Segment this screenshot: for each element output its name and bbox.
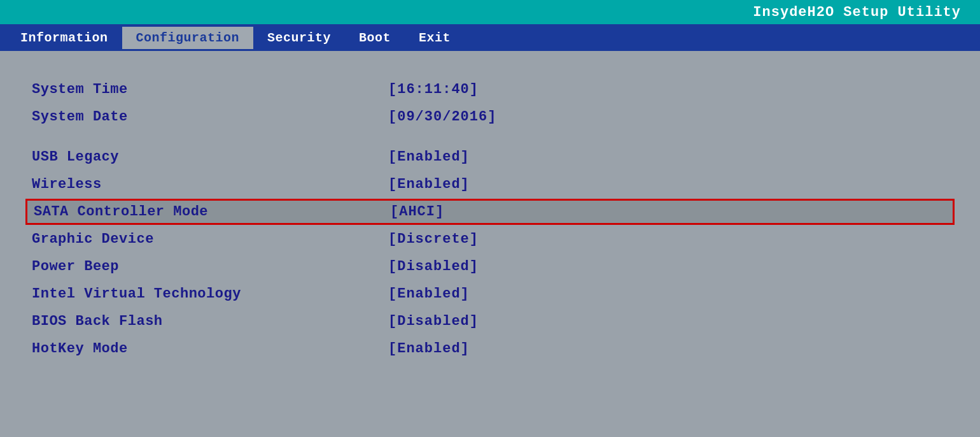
setting-row-intel-vt[interactable]: Intel Virtual Technology [Enabled] [25,281,955,307]
bios-back-flash-value: [Disabled] [388,313,479,329]
setting-row-sata-controller[interactable]: SATA Controller Mode [AHCI] [25,199,955,225]
sata-controller-label: SATA Controller Mode [34,204,390,220]
system-time-label: System Time [32,82,388,97]
nav-item-information[interactable]: Information [6,27,122,49]
setting-row-power-beep[interactable]: Power Beep [Disabled] [25,254,955,280]
power-beep-value: [Disabled] [388,259,479,275]
setting-row-graphic-device[interactable]: Graphic Device [Discrete] [25,226,955,252]
nav-item-configuration[interactable]: Configuration [122,27,254,49]
sata-controller-value: [AHCI] [390,204,444,220]
setting-row-usb-legacy[interactable]: USB Legacy [Enabled] [25,144,955,170]
bios-back-flash-label: BIOS Back Flash [32,313,388,329]
settings-section: System Time [16:11:40] System Date [09/3… [25,76,955,362]
graphic-device-label: Graphic Device [32,231,388,247]
nav-item-exit[interactable]: Exit [405,27,465,49]
nav-item-security[interactable]: Security [253,27,345,49]
setting-row-bios-back-flash[interactable]: BIOS Back Flash [Disabled] [25,308,955,334]
intel-vt-label: Intel Virtual Technology [32,286,388,302]
intel-vt-value: [Enabled] [388,286,470,302]
nav-item-boot[interactable]: Boot [345,27,405,49]
system-date-value: [09/30/2016] [388,109,496,125]
system-time-value: [16:11:40] [388,82,479,97]
wireless-label: Wireless [32,176,388,192]
graphic-device-value: [Discrete] [388,231,479,247]
usb-legacy-label: USB Legacy [32,149,388,165]
hotkey-mode-value: [Enabled] [388,341,470,357]
nav-bar: Information Configuration Security Boot … [0,24,980,51]
main-content: System Time [16:11:40] System Date [09/3… [0,51,980,382]
setting-row-system-date[interactable]: System Date [09/30/2016] [25,104,955,130]
system-date-label: System Date [32,109,388,125]
setting-row-wireless[interactable]: Wireless [Enabled] [25,171,955,197]
usb-legacy-value: [Enabled] [388,149,470,165]
bios-screen: InsydeH2O Setup Utility Information Conf… [0,0,980,437]
hotkey-mode-label: HotKey Mode [32,341,388,357]
wireless-value: [Enabled] [388,176,470,192]
power-beep-label: Power Beep [32,259,388,275]
title-bar: InsydeH2O Setup Utility [0,0,980,24]
bios-title: InsydeH2O Setup Utility [753,4,961,20]
setting-row-system-time[interactable]: System Time [16:11:40] [25,76,955,103]
setting-row-hotkey-mode[interactable]: HotKey Mode [Enabled] [25,336,955,362]
